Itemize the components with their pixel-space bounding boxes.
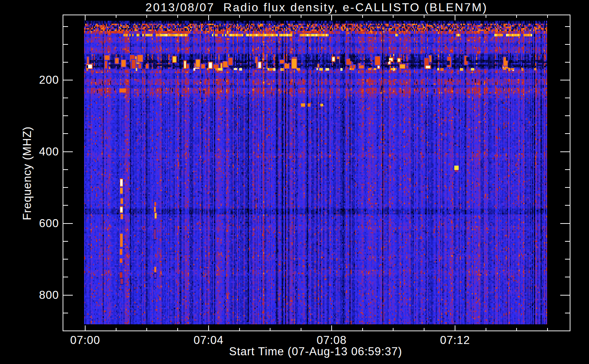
tick-mark — [177, 328, 178, 331]
y-axis-tick-label: 600 — [21, 217, 59, 230]
tick-mark — [85, 15, 86, 20]
tick-mark — [63, 133, 68, 134]
tick-mark — [565, 313, 570, 313]
tick-mark — [63, 313, 68, 313]
tick-mark — [565, 241, 570, 242]
tick-mark — [177, 15, 178, 18]
y-axis-tick-label: 400 — [21, 145, 59, 159]
tick-mark — [63, 187, 68, 188]
tick-mark — [565, 26, 570, 27]
tick-mark — [565, 205, 570, 206]
tick-mark — [393, 328, 394, 331]
tick-mark — [565, 277, 570, 277]
tick-mark — [63, 26, 68, 27]
tick-mark — [63, 223, 73, 224]
tick-mark — [486, 15, 486, 18]
tick-mark — [270, 15, 270, 18]
tick-mark — [565, 44, 570, 45]
tick-mark — [63, 205, 68, 206]
tick-mark — [63, 151, 73, 152]
tick-mark — [565, 62, 570, 63]
tick-mark — [146, 15, 147, 18]
tick-mark — [63, 241, 68, 242]
y-axis-label: Frequency (MHZ) — [21, 124, 34, 222]
tick-mark — [393, 15, 394, 18]
tick-mark — [565, 98, 570, 98]
tick-mark — [362, 15, 363, 18]
tick-mark — [560, 223, 570, 224]
tick-mark — [565, 115, 570, 116]
tick-mark — [362, 328, 363, 331]
tick-mark — [208, 325, 209, 331]
tick-mark — [565, 169, 570, 170]
tick-mark — [85, 325, 86, 331]
tick-mark — [270, 328, 270, 331]
chart-title: 2013/08/07 Radio flux density, e-CALLIST… — [63, 1, 570, 14]
tick-mark — [116, 15, 116, 18]
tick-mark — [146, 328, 147, 331]
plot-frame — [63, 15, 570, 331]
tick-mark — [560, 80, 570, 80]
tick-mark — [63, 98, 68, 98]
tick-mark — [63, 259, 68, 260]
tick-mark — [63, 80, 73, 80]
tick-mark — [547, 328, 548, 331]
y-axis-tick-label: 800 — [21, 288, 59, 302]
tick-mark — [239, 15, 240, 18]
tick-mark — [516, 15, 517, 18]
tick-mark — [516, 328, 517, 331]
tick-mark — [486, 328, 486, 331]
tick-mark — [63, 277, 68, 277]
x-axis-label: Start Time (07-Aug-13 06:59:37) — [84, 345, 547, 358]
tick-mark — [208, 15, 209, 20]
tick-mark — [301, 15, 301, 18]
tick-mark — [424, 15, 424, 18]
tick-mark — [424, 328, 424, 331]
tick-mark — [331, 15, 332, 20]
tick-mark — [455, 325, 455, 331]
tick-mark — [239, 328, 240, 331]
tick-mark — [547, 15, 548, 18]
tick-mark — [63, 295, 73, 296]
tick-mark — [116, 328, 116, 331]
tick-mark — [331, 325, 332, 331]
tick-mark — [301, 328, 301, 331]
tick-mark — [63, 62, 68, 63]
y-axis-tick-label: 200 — [21, 73, 59, 87]
tick-mark — [565, 259, 570, 260]
tick-mark — [63, 169, 68, 170]
tick-mark — [560, 295, 570, 296]
tick-mark — [455, 15, 455, 20]
tick-mark — [565, 133, 570, 134]
tick-mark — [560, 151, 570, 152]
tick-mark — [63, 44, 68, 45]
tick-mark — [565, 187, 570, 188]
spectrogram-page: 2013/08/07 Radio flux density, e-CALLIST… — [0, 0, 589, 364]
tick-mark — [63, 115, 68, 116]
